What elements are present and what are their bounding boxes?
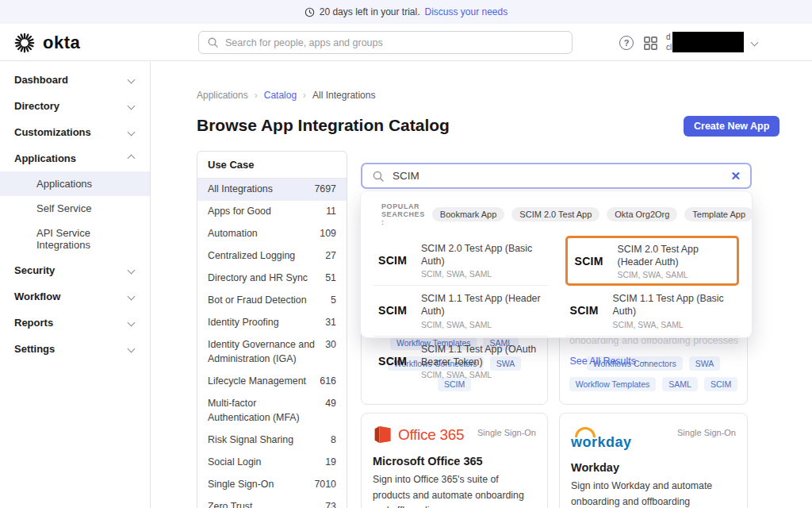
search-icon xyxy=(207,37,219,48)
breadcrumb-applications[interactable]: Applications xyxy=(197,90,248,101)
filter-directory-hr-sync[interactable]: Directory and HR Sync51 xyxy=(197,267,347,290)
global-search-input[interactable] xyxy=(225,37,564,48)
app-card-description: Sign into Workday and automate onboardin… xyxy=(571,479,736,508)
page-title: Browse App Integration Catalog xyxy=(197,116,450,135)
okta-logo[interactable]: okta xyxy=(13,31,80,55)
search-icon xyxy=(372,170,385,183)
trial-banner: 20 days left in your trial. Discuss your… xyxy=(0,0,812,24)
breadcrumb-all-integrations: All Integrations xyxy=(312,90,375,101)
sidebar-item-directory[interactable]: Directory xyxy=(0,93,150,119)
office365-logo-text: Office 365 xyxy=(398,426,464,444)
sidebar-subitem-self-service[interactable]: Self Service xyxy=(0,196,150,221)
use-case-filter-panel: Use Case All Integrations7697 Apps for G… xyxy=(197,151,347,508)
scim-logo-icon: SCIM xyxy=(378,254,412,267)
result-scim11-basic-auth[interactable]: SCIM SCIM 1.1 Test App (Basic Auth)SCIM,… xyxy=(565,286,740,336)
workday-logo: workday xyxy=(571,434,632,451)
admin-apps-grid-icon[interactable] xyxy=(643,36,658,51)
app-card-title[interactable]: Microsoft Office 365 xyxy=(373,455,536,468)
sidebar-item-dashboard[interactable]: Dashboard xyxy=(0,67,150,93)
sidebar-item-customizations[interactable]: Customizations xyxy=(0,119,150,145)
filter-social-login[interactable]: Social Login19 xyxy=(197,452,347,474)
redaction-box xyxy=(672,32,744,52)
chevron-down-icon xyxy=(128,129,136,137)
global-search[interactable] xyxy=(198,31,573,54)
see-all-results-link[interactable]: See All Results → xyxy=(565,337,740,386)
office365-logo-icon xyxy=(373,425,393,444)
filter-automation[interactable]: Automation109 xyxy=(197,223,347,245)
account-chevron-down-icon[interactable] xyxy=(751,39,759,47)
filter-risk-signal-sharing[interactable]: Risk Signal Sharing8 xyxy=(197,429,347,452)
popular-chip-template-app[interactable]: Template App xyxy=(684,207,753,221)
sidebar-subitem-applications[interactable]: Applications xyxy=(0,171,150,196)
app-header: okta ? d cl xyxy=(0,24,812,61)
account-menu[interactable]: d cl xyxy=(666,32,745,53)
chevron-up-icon xyxy=(128,155,136,163)
scim-logo-icon: SCIM xyxy=(575,255,608,267)
catalog-search[interactable]: ✕ xyxy=(361,163,752,189)
okta-sunburst-icon xyxy=(13,31,36,55)
filter-iga[interactable]: Identity Governance and Administration (… xyxy=(197,334,347,371)
filter-zero-trust[interactable]: Zero Trust73 xyxy=(197,496,347,508)
popular-searches-label: POPULAR SEARCHES : xyxy=(381,202,425,226)
filter-centralized-logging[interactable]: Centralized Logging27 xyxy=(197,245,347,267)
filter-apps-for-good[interactable]: Apps for Good11 xyxy=(197,201,347,223)
filter-header-use-case: Use Case xyxy=(197,152,347,179)
popular-searches: POPULAR SEARCHES : Bookmark App SCIM 2.0… xyxy=(372,201,741,234)
sso-badge: Single Sign-On xyxy=(477,428,536,437)
clear-search-icon[interactable]: ✕ xyxy=(730,170,741,182)
popular-chip-scim-test-app[interactable]: SCIM 2.0 Test App xyxy=(511,207,599,221)
result-scim11-oauth-bearer[interactable]: SCIM SCIM 1.1 Test App (OAuth Bearer Tok… xyxy=(373,337,548,386)
popular-chip-okta-org2org[interactable]: Okta Org2Org xyxy=(607,207,677,221)
sidebar-nav: Dashboard Directory Customizations Appli… xyxy=(0,62,151,508)
chevron-down-icon xyxy=(128,293,136,301)
chevron-down-icon xyxy=(128,102,136,110)
search-results-dropdown: POPULAR SEARCHES : Bookmark App SCIM 2.0… xyxy=(361,191,752,337)
popular-chip-bookmark-app[interactable]: Bookmark App xyxy=(432,207,505,221)
catalog-search-input[interactable] xyxy=(393,170,722,182)
clock-icon xyxy=(304,7,315,17)
result-scim20-basic-auth[interactable]: SCIM SCIM 2.0 Test App (Basic Auth)SCIM,… xyxy=(373,236,548,286)
sidebar-item-applications[interactable]: Applications xyxy=(0,145,150,171)
discuss-needs-link[interactable]: Discuss your needs xyxy=(425,6,508,17)
result-scim20-header-auth-highlighted[interactable]: SCIM SCIM 2.0 Test App (Header Auth)SCIM… xyxy=(565,236,740,286)
filter-mfa[interactable]: Multi-factor Authentication (MFA)49 xyxy=(197,393,347,429)
scim-logo-icon: SCIM xyxy=(570,304,603,317)
sidebar-item-settings[interactable]: Settings xyxy=(0,336,150,362)
filter-identity-proofing[interactable]: Identity Proofing31 xyxy=(197,312,347,334)
result-scim11-header-auth[interactable]: SCIM SCIM 1.1 Test App (Header Auth)SCIM… xyxy=(373,286,548,336)
breadcrumb: Applications › Catalog › All Integration… xyxy=(197,90,375,101)
search-results-grid: SCIM SCIM 2.0 Test App (Basic Auth)SCIM,… xyxy=(372,234,741,386)
sidebar-item-workflow[interactable]: Workflow xyxy=(0,283,150,310)
filter-single-sign-on[interactable]: Single Sign-On7010 xyxy=(197,474,347,496)
scim-logo-icon: SCIM xyxy=(378,355,412,368)
filter-all-integrations[interactable]: All Integrations7697 xyxy=(197,179,347,201)
chevron-down-icon xyxy=(128,76,136,84)
sidebar-item-reports[interactable]: Reports xyxy=(0,310,150,336)
app-card-description: Sign into Office 365's suite of products… xyxy=(373,472,536,508)
breadcrumb-catalog[interactable]: Catalog xyxy=(264,90,297,101)
chevron-down-icon xyxy=(128,345,136,353)
catalog-card-office365[interactable]: Office 365 Single Sign-On Microsoft Offi… xyxy=(361,413,548,508)
sso-badge: Single Sign-On xyxy=(677,428,736,437)
breadcrumb-separator: › xyxy=(255,90,258,101)
okta-logo-text: okta xyxy=(43,33,80,53)
sidebar-subitem-api-service-integrations[interactable]: API Service Integrations xyxy=(0,221,150,257)
workday-arc-icon xyxy=(575,427,596,437)
app-card-title[interactable]: Workday xyxy=(571,461,736,474)
breadcrumb-separator: › xyxy=(303,90,306,101)
create-new-app-button[interactable]: Create New App xyxy=(684,116,779,137)
chevron-down-icon xyxy=(128,319,136,327)
filter-bot-fraud-detection[interactable]: Bot or Fraud Detection5 xyxy=(197,290,347,312)
trial-banner-text: 20 days left in your trial. xyxy=(320,6,420,17)
catalog-card-workday[interactable]: workday Single Sign-On Workday Sign into… xyxy=(559,413,748,508)
sidebar-item-security[interactable]: Security xyxy=(0,257,150,283)
chevron-down-icon xyxy=(128,267,136,275)
help-icon[interactable]: ? xyxy=(619,36,634,50)
office365-logo: Office 365 xyxy=(373,425,464,444)
scim-logo-icon: SCIM xyxy=(378,304,412,317)
filter-lifecycle-management[interactable]: Lifecycle Management616 xyxy=(197,371,347,393)
